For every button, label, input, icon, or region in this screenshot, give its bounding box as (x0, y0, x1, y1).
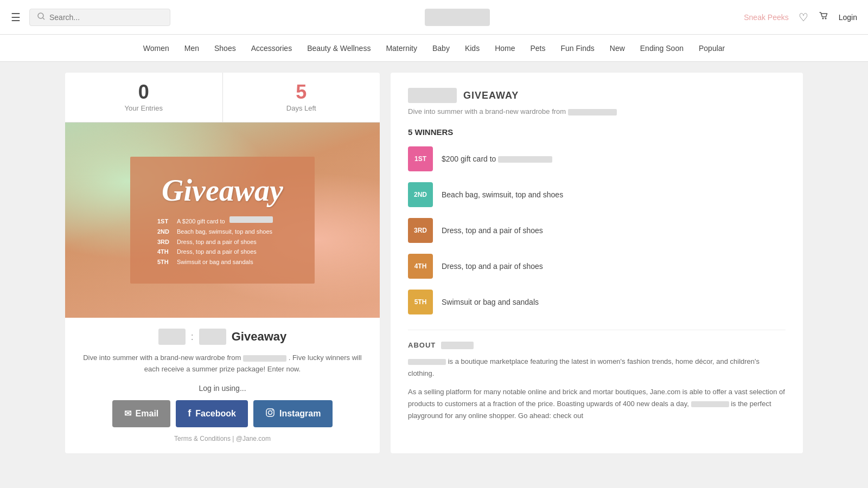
terms-line[interactable]: Terms & Conditions | @Jane.com (81, 435, 363, 442)
nav-item-shoes[interactable]: Shoes (214, 42, 236, 55)
giveaway-image: Giveaway 1ST A $200 gift card to 2ND Bea… (65, 123, 380, 318)
overlay-desc-2: Beach bag, swimsuit, top and shoes (177, 227, 272, 237)
social-buttons: ✉ Email f Facebook Instagram (81, 400, 363, 427)
search-input[interactable] (49, 13, 162, 22)
svg-point-3 (825, 18, 826, 20)
about-section: ABOUT is a boutique marketplace featurin… (408, 330, 786, 422)
right-subtitle: Dive into summer with a brand-new wardro… (408, 107, 786, 115)
instagram-login-button[interactable]: Instagram (253, 400, 333, 427)
overlay-prize-5: 5TH Swimsuit or bag and sandals (157, 257, 288, 267)
overlay-redacted-1 (229, 216, 273, 223)
giveaway-overlay: Giveaway 1ST A $200 gift card to 2ND Bea… (130, 157, 315, 283)
overlay-prize-2: 2ND Beach bag, swimsuit, top and shoes (157, 227, 288, 237)
email-login-button[interactable]: ✉ Email (112, 400, 171, 427)
main-content: 0 Your Entries 5 Days Left Giveaway 1ST … (54, 62, 814, 464)
overlay-place-5: 5TH (157, 257, 173, 267)
overlay-desc-3: Dress, top and a pair of shoes (177, 237, 257, 247)
nav-item-men[interactable]: Men (184, 42, 199, 55)
giveaway-brand-header: GIVEAWAY (408, 88, 786, 103)
left-description: Dive into summer with a brand-new wardro… (81, 352, 363, 375)
days-left-label: Days Left (228, 104, 375, 112)
login-button[interactable]: Login (839, 13, 857, 22)
prize-item-1: 1ST $200 gift card to (408, 146, 786, 171)
overlay-place-3: 3RD (157, 237, 173, 247)
entries-label: Your Entries (71, 104, 217, 112)
overlay-place-1: 1ST (157, 216, 173, 227)
days-left-block: 5 Days Left (223, 73, 380, 122)
place-badge-4: 4TH (408, 254, 433, 279)
right-panel: GIVEAWAY Dive into summer with a brand-n… (391, 73, 803, 453)
svg-point-5 (268, 410, 272, 414)
days-left-count: 5 (228, 82, 375, 102)
sneak-peeks-link[interactable]: Sneak Peeks (744, 13, 789, 22)
cart-icon[interactable] (818, 10, 829, 24)
wishlist-icon[interactable]: ♡ (799, 11, 808, 24)
about-text-2: As a selling platform for many notable o… (408, 386, 786, 422)
svg-line-1 (43, 18, 44, 20)
nav-item-baby[interactable]: Baby (432, 42, 450, 55)
facebook-icon: f (188, 408, 191, 419)
overlay-desc-1: A $200 gift card to (177, 216, 225, 227)
facebook-login-button[interactable]: f Facebook (176, 400, 248, 427)
prize-item-5: 5TH Swimsuit or bag and sandals (408, 290, 786, 314)
prize-desc-2: Beach bag, swimsuit, top and shoes (442, 190, 563, 199)
about-text-1: is a boutique marketplace featuring the … (408, 356, 786, 380)
giveaway-heading: Giveaway (232, 330, 287, 344)
site-logo (425, 9, 490, 26)
about-label: ABOUT (408, 341, 786, 349)
giveaway-prizes-list: 1ST A $200 gift card to 2ND Beach bag, s… (157, 216, 288, 267)
overlay-desc-5: Swimsuit or bag and sandals (177, 257, 253, 267)
prize-item-2: 2ND Beach bag, swimsuit, top and shoes (408, 182, 786, 207)
main-nav: Women Men Shoes Accessories Beauty & Wel… (0, 35, 868, 62)
nav-item-popular[interactable]: Popular (699, 42, 725, 55)
hamburger-menu-icon[interactable]: ☰ (11, 11, 21, 24)
prize-list: 1ST $200 gift card to 2ND Beach bag, swi… (408, 146, 786, 314)
place-badge-2: 2ND (408, 182, 433, 207)
overlay-place-4: 4TH (157, 247, 173, 257)
place-badge-1: 1ST (408, 146, 433, 171)
header-right: Sneak Peeks ♡ Login (744, 10, 857, 24)
nav-item-kids[interactable]: Kids (465, 42, 480, 55)
prize-1-redacted (498, 156, 552, 163)
prize-item-3: 3RD Dress, top and a pair of shoes (408, 218, 786, 243)
nav-item-accessories[interactable]: Accessories (251, 42, 292, 55)
svg-point-6 (272, 409, 273, 410)
nav-item-home[interactable]: Home (495, 42, 515, 55)
place-badge-3: 3RD (408, 218, 433, 243)
nav-item-women[interactable]: Women (143, 42, 169, 55)
giveaway-tag: GIVEAWAY (463, 90, 519, 101)
nav-item-pets[interactable]: Pets (531, 42, 546, 55)
overlay-prize-4: 4TH Dress, top and a pair of shoes (157, 247, 288, 257)
nav-item-maternity[interactable]: Maternity (386, 42, 417, 55)
nav-item-ending-soon[interactable]: Ending Soon (640, 42, 684, 55)
entries-count: 0 (71, 82, 217, 102)
place-badge-5: 5TH (408, 290, 433, 314)
svg-point-0 (38, 13, 43, 18)
your-entries-block: 0 Your Entries (65, 73, 223, 122)
about-brand-redacted (441, 342, 474, 349)
prize-item-4: 4TH Dress, top and a pair of shoes (408, 254, 786, 279)
prize-desc-5: Swimsuit or bag and sandals (442, 298, 539, 306)
search-bar (29, 9, 170, 26)
prize-desc-3: Dress, top and a pair of shoes (442, 226, 543, 235)
instagram-btn-label: Instagram (279, 409, 321, 419)
about-redacted-1 (408, 359, 446, 365)
brand-title-row: : Giveaway (81, 329, 363, 345)
nav-item-fun-finds[interactable]: Fun Finds (561, 42, 595, 55)
prize-desc-1: $200 gift card to (442, 155, 552, 163)
nav-item-new[interactable]: New (610, 42, 625, 55)
overlay-place-2: 2ND (157, 227, 173, 237)
header: ☰ Sneak Peeks ♡ Login (0, 0, 868, 35)
search-icon (37, 12, 45, 22)
brand-logo-small-2 (199, 329, 226, 345)
overlay-desc-4: Dress, top and a pair of shoes (177, 247, 257, 257)
giveaway-overlay-title: Giveaway (157, 173, 288, 208)
overlay-prize-3: 3RD Dress, top and a pair of shoes (157, 237, 288, 247)
facebook-btn-label: Facebook (195, 409, 236, 419)
left-panel: 0 Your Entries 5 Days Left Giveaway 1ST … (65, 73, 380, 453)
login-prompt: Log in using... (81, 384, 363, 393)
prize-desc-4: Dress, top and a pair of shoes (442, 262, 543, 271)
overlay-prize-1: 1ST A $200 gift card to (157, 216, 288, 227)
winners-label: 5 WINNERS (408, 127, 786, 137)
nav-item-beauty[interactable]: Beauty & Wellness (307, 42, 371, 55)
